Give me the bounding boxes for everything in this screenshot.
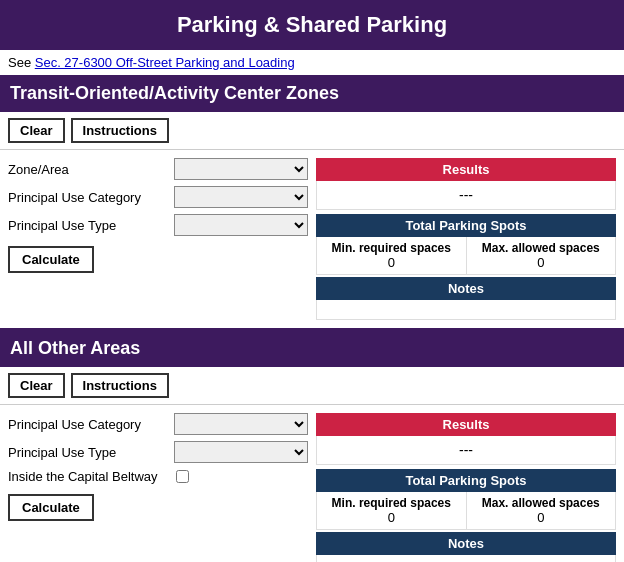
section2-body: Principal Use Category Principal Use Typ…: [0, 405, 624, 562]
zone-area-label: Zone/Area: [8, 162, 168, 177]
section1-min-label: Min. required spaces: [321, 241, 462, 255]
section2-max-value: 0: [471, 510, 612, 525]
section1-instructions-button[interactable]: Instructions: [71, 118, 169, 143]
puc1-label: Principal Use Category: [8, 190, 168, 205]
section2-clear-button[interactable]: Clear: [8, 373, 65, 398]
section2: All Other Areas Clear Instructions Princ…: [0, 330, 624, 562]
beltway-checkbox[interactable]: [176, 470, 189, 483]
section1-spots-row: Min. required spaces 0 Max. allowed spac…: [316, 237, 616, 275]
section2-instructions-button[interactable]: Instructions: [71, 373, 169, 398]
puc2-row: Principal Use Category: [8, 413, 308, 435]
section2-max-label: Max. allowed spaces: [471, 496, 612, 510]
zone-area-select[interactable]: [174, 158, 308, 180]
section1-max-value: 0: [471, 255, 612, 270]
section2-form: Principal Use Category Principal Use Typ…: [8, 413, 308, 562]
put2-label: Principal Use Type: [8, 445, 168, 460]
put1-row: Principal Use Type: [8, 214, 308, 236]
section2-notes-header: Notes: [316, 532, 616, 555]
puc2-label: Principal Use Category: [8, 417, 168, 432]
section2-notes-body: [316, 555, 616, 562]
put1-label: Principal Use Type: [8, 218, 168, 233]
section1-max-cell: Max. allowed spaces 0: [467, 237, 616, 274]
section1-results-value: ---: [316, 181, 616, 210]
put2-row: Principal Use Type: [8, 441, 308, 463]
section1-body: Zone/Area Principal Use Category Princip…: [0, 150, 624, 330]
section1-notes-header: Notes: [316, 277, 616, 300]
section2-min-label: Min. required spaces: [321, 496, 462, 510]
section1-max-label: Max. allowed spaces: [471, 241, 612, 255]
section1-total-header: Total Parking Spots: [316, 214, 616, 237]
section2-results-value: ---: [316, 436, 616, 465]
section1-calculate-button[interactable]: Calculate: [8, 246, 94, 273]
section2-toolbar: Clear Instructions: [0, 367, 624, 405]
beltway-label: Inside the Capital Beltway: [8, 469, 168, 484]
section2-max-cell: Max. allowed spaces 0: [467, 492, 616, 529]
section1-results: Results --- Total Parking Spots Min. req…: [316, 158, 616, 320]
subtitle-prefix: See: [8, 55, 35, 70]
section2-results-header: Results: [316, 413, 616, 436]
section1-toolbar: Clear Instructions: [0, 112, 624, 150]
section1-notes-body: [316, 300, 616, 320]
section1: Transit-Oriented/Activity Center Zones C…: [0, 75, 624, 330]
section2-results: Results --- Total Parking Spots Min. req…: [316, 413, 616, 562]
puc1-row: Principal Use Category: [8, 186, 308, 208]
section2-spots-row: Min. required spaces 0 Max. allowed spac…: [316, 492, 616, 530]
puc1-select[interactable]: [174, 186, 308, 208]
put1-select[interactable]: [174, 214, 308, 236]
section1-form: Zone/Area Principal Use Category Princip…: [8, 158, 308, 320]
beltway-row: Inside the Capital Beltway: [8, 469, 308, 484]
subtitle: See Sec. 27-6300 Off-Street Parking and …: [0, 50, 624, 75]
section2-min-cell: Min. required spaces 0: [317, 492, 467, 529]
section1-min-value: 0: [321, 255, 462, 270]
section2-total-header: Total Parking Spots: [316, 469, 616, 492]
section2-calculate-button[interactable]: Calculate: [8, 494, 94, 521]
section1-results-header: Results: [316, 158, 616, 181]
puc2-select[interactable]: [174, 413, 308, 435]
section1-header: Transit-Oriented/Activity Center Zones: [0, 75, 624, 112]
section2-header: All Other Areas: [0, 330, 624, 367]
section1-clear-button[interactable]: Clear: [8, 118, 65, 143]
page-title: Parking & Shared Parking: [0, 0, 624, 50]
section1-min-cell: Min. required spaces 0: [317, 237, 467, 274]
zone-area-row: Zone/Area: [8, 158, 308, 180]
put2-select[interactable]: [174, 441, 308, 463]
subtitle-link[interactable]: Sec. 27-6300 Off-Street Parking and Load…: [35, 55, 295, 70]
section2-min-value: 0: [321, 510, 462, 525]
